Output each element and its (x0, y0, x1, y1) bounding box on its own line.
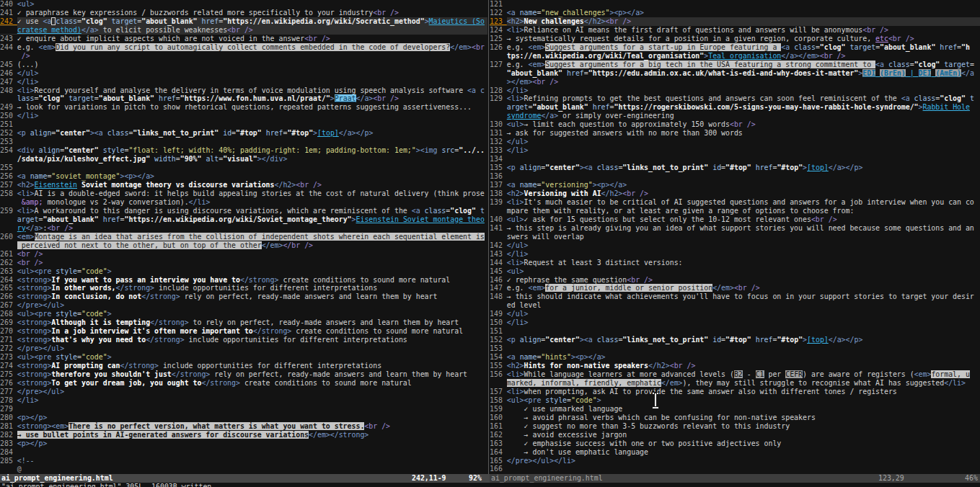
line-number: 125 (490, 35, 507, 43)
code-row: 246 </ul> (0, 69, 487, 78)
code-row: marked, informal, friendly, emphatic</em… (490, 379, 980, 388)
line-number (490, 301, 507, 309)
line-number: 266 (0, 292, 17, 300)
line-number: 269 (0, 318, 17, 326)
code-row: 130 <ul>→ limit each question to approxi… (490, 120, 980, 129)
line-number (490, 52, 507, 60)
code-row: 241 ✓ paraphrase key expressions / buzzw… (0, 9, 487, 17)
code-row: 140 <ul>✓ ask for 15 questions but selec… (490, 215, 980, 224)
status-scroll-percent: 46% (965, 474, 980, 483)
line-number: 274 (0, 362, 17, 370)
code-row: 145 <ul> (490, 267, 980, 276)
code-row: arget="about_blank" href="https://en.wik… (0, 215, 487, 224)
code-row: 121 (490, 0, 980, 9)
line-number: 130 (490, 120, 507, 128)
line-number: 158 (490, 396, 507, 404)
line-number: 146 (490, 276, 507, 284)
code-row: 141 → this step is already giving you an… (490, 224, 980, 233)
code-row: 253 (0, 138, 487, 146)
code-row: 283 <p></p> (0, 439, 487, 448)
code-row: 123 <h2>New challenges</h2><br /> (490, 17, 980, 26)
line-number: 265 (0, 284, 17, 292)
code-row: 166 (490, 465, 980, 473)
code-row: 147 e.g. <em>for a junior, middle or sen… (490, 284, 980, 292)
line-number: 259 (0, 207, 17, 215)
code-row: 262 <br /> (0, 259, 487, 267)
status-filename: ai_prompt_engineering.html (1, 474, 113, 483)
line-number: 133 (490, 146, 507, 154)
code-row: 142 </ul> (490, 241, 980, 250)
line-number: 122 (490, 9, 507, 17)
code-row: 146 ✓ rephrase the same question<br /> (490, 276, 980, 285)
editor-splits: 240 <ul>241 ✓ paraphrase key expressions… (0, 0, 980, 474)
line-number: 148 (490, 292, 507, 300)
code-row: 162 → avoid excessive jargon (490, 431, 980, 439)
line-number: 156 (490, 370, 507, 378)
code-row: 245 (...) (0, 61, 487, 69)
line-number (0, 155, 17, 163)
line-number: 273 (0, 353, 17, 361)
code-row: 155 <h2>Hints for non-native speakers</h… (490, 362, 980, 370)
code-row: 271 <strong>that's why you need to</stro… (0, 336, 487, 344)
command-line-message: "ai_prompt_engineering.html" 305L, 16003… (1, 483, 980, 487)
split-separator[interactable] (487, 0, 490, 474)
code-row: 148 → this should indicate what achievem… (490, 292, 980, 301)
line-number: 260 (0, 233, 17, 241)
code-row: 264 <strong>If you want to pass an inter… (0, 276, 487, 285)
line-number (0, 198, 17, 206)
code-row: 135 <p align="center"><a class="links_no… (490, 164, 980, 172)
code-row: 160 → avoid phrasal verbs which can be c… (490, 414, 980, 422)
code-row: 265 <strong>In other words,</strong> inc… (0, 284, 487, 292)
code-row: swers will overlap (490, 233, 980, 241)
code-row: cratese method)</a> to elicit possible w… (0, 26, 487, 35)
line-number: 129 (490, 94, 507, 102)
line-number: 256 (0, 172, 17, 180)
left-editor-pane[interactable]: 240 <ul>241 ✓ paraphrase key expressions… (0, 0, 487, 474)
line-number: 165 (490, 457, 507, 465)
code-row: 149 </ul> (490, 310, 980, 318)
right-editor-pane[interactable]: 121 122 <a name="new_challenges"><p></a>… (490, 0, 980, 474)
status-scroll-percent: 92% (469, 474, 482, 483)
code-row: &amp; monologue vs 2-way conversation).<… (0, 198, 487, 207)
code-row: 127 e.g. <em>Suggest arguments for a big… (490, 61, 980, 69)
line-number: 143 (490, 250, 507, 258)
line-number: 247 (0, 78, 17, 86)
line-number: 262 (0, 259, 17, 267)
line-number: 277 (0, 388, 17, 396)
code-row: 158 <ul><pre style="code"> (490, 396, 980, 405)
line-number: 142 (490, 241, 507, 249)
line-number: 141 (490, 224, 507, 232)
line-number: 154 (490, 353, 507, 361)
line-number: 159 (490, 405, 507, 413)
line-number: 164 (490, 448, 507, 456)
code-row: tps://en.wikipedia.org/wiki/Teal_organis… (490, 52, 980, 61)
code-row: arget="about_blank" href="https://rogers… (490, 103, 980, 112)
code-row: 274 <strong>AI prompting can</strong> in… (0, 362, 487, 370)
code-row: ry</a>:<br /> (0, 224, 487, 233)
line-number: 275 (0, 370, 17, 378)
line-number: 138 (490, 189, 507, 197)
code-row: 129 <li>Refining prompts to get the best… (490, 94, 980, 103)
line-number: 253 (0, 138, 17, 146)
line-number: 157 (490, 388, 507, 396)
line-number: 132 (490, 138, 507, 146)
code-row: 126 e.g. <em>Suggest arguments for a sta… (490, 43, 980, 52)
line-number: 280 (0, 414, 17, 421)
line-number: 152 (490, 336, 507, 344)
line-number: 124 (490, 26, 507, 34)
status-left-active: ai_prompt_engineering.html 242,11-9 92% (0, 474, 490, 483)
code-row: 269 <strong>Although it is tempting</str… (0, 318, 487, 327)
line-number: 155 (490, 362, 507, 370)
line-number: 166 (490, 465, 507, 473)
line-number: 121 (490, 0, 507, 8)
code-row: 275 <strong>therefore you shouldn't just… (0, 370, 487, 379)
code-row: 252 <p align="center"><a class="links_no… (0, 129, 487, 138)
line-number: 127 (490, 61, 507, 68)
line-number: 162 (490, 431, 507, 439)
code-row: 136 (490, 172, 980, 181)
line-number: 126 (490, 43, 507, 51)
line-number (0, 26, 17, 34)
line-number (490, 69, 507, 77)
code-row: 261 <br /> (0, 250, 487, 259)
line-number: 255 (0, 164, 17, 171)
